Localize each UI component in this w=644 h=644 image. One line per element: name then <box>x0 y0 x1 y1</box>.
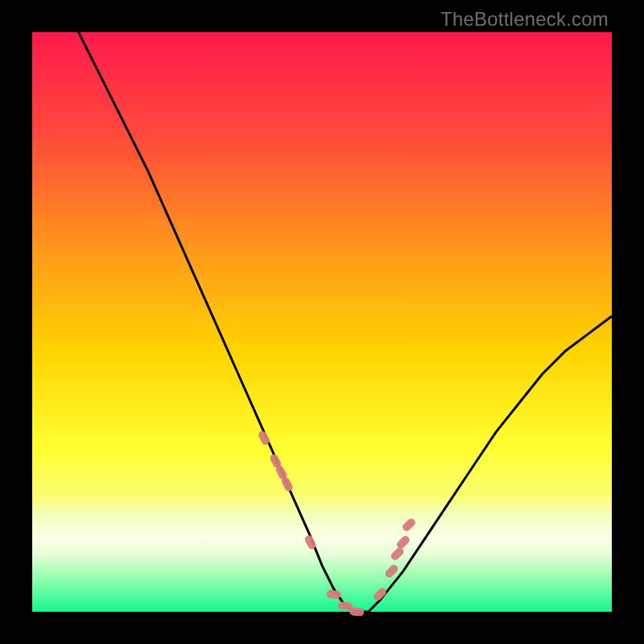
watermark-text: TheBottleneck.com <box>440 8 609 31</box>
bottleneck-curve <box>79 32 612 612</box>
highlight-marker <box>401 517 417 533</box>
chart-frame <box>32 32 612 612</box>
chart-svg <box>32 32 612 612</box>
highlight-marker <box>326 590 341 600</box>
highlight-marker <box>372 587 388 603</box>
highlight-marker <box>349 607 365 617</box>
highlight-marker <box>384 564 400 580</box>
highlight-marker <box>395 535 411 551</box>
highlight-marker <box>390 546 406 562</box>
curve-path <box>79 32 612 612</box>
marker-group <box>257 430 417 617</box>
